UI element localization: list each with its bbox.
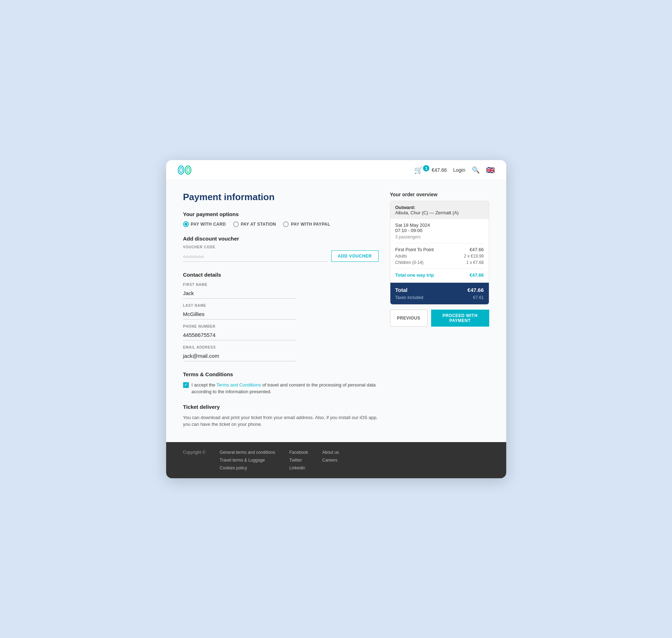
terms-title: Terms & Conditions (183, 371, 379, 377)
adults-label: Adults (395, 254, 407, 259)
svg-point-3 (187, 167, 189, 173)
footer-about[interactable]: About us (322, 450, 339, 455)
footer-col-1: General terms and conditions Travel term… (220, 450, 275, 470)
order-header: Outward: Albula, Chur (C) — Zermatt (A) (390, 201, 489, 219)
pay-paypal-label: PAY WITH PAYPAL (291, 222, 330, 227)
outward-label: Outward: (395, 205, 484, 210)
total-one-way-amount: €47.66 (470, 272, 484, 278)
action-buttons: PREVIOUS PROCEED WITH PAYMENT (390, 310, 489, 327)
total-one-way-row: Total one way trip €47.66 (395, 272, 484, 278)
voucher-input[interactable] (183, 252, 328, 262)
first-point-amount: €47.66 (470, 247, 484, 252)
footer-travel-terms[interactable]: Travel terms & Luggage (220, 458, 275, 463)
footer: Copyright © General terms and conditions… (166, 442, 506, 478)
phone-input[interactable] (183, 330, 297, 340)
terms-link[interactable]: Terms and Conditions (216, 382, 261, 388)
payment-options-title: Your payment options (183, 211, 379, 217)
email-label: EMAIL ADDRESS (183, 345, 379, 349)
footer-col-3: About us Careers (322, 450, 339, 470)
contact-section: Contact details FIRST NAME LAST NAME PHO… (183, 272, 379, 361)
terms-text: I accept the Terms and Conditions of tra… (192, 382, 379, 395)
footer-col-2: Facebook Twitter Linkedin (289, 450, 308, 470)
contact-title: Contact details (183, 272, 379, 278)
children-row: Children (0-14) 1 x €7.68 (395, 260, 484, 265)
cart-amount: €47.66 (431, 167, 447, 173)
last-name-input[interactable] (183, 309, 297, 320)
children-detail: 1 x €7.68 (466, 260, 484, 265)
first-point-row: First Point To Point €47.66 (395, 247, 484, 252)
page-title: Payment information (183, 192, 379, 203)
total-label: Total (395, 287, 408, 293)
voucher-section: Add discount voucher VOUCHER CODE ADD VO… (183, 236, 379, 262)
order-card: Outward: Albula, Chur (C) — Zermatt (A) … (390, 201, 489, 305)
terms-section: Terms & Conditions I accept the Terms an… (183, 371, 379, 395)
pay-paypal-option[interactable]: PAY WITH PAYPAL (283, 221, 330, 227)
pay-paypal-radio[interactable] (283, 221, 289, 227)
pay-station-label: PAY AT STATION (241, 222, 276, 227)
pay-at-station-option[interactable]: PAY AT STATION (233, 221, 276, 227)
flag-icon[interactable]: 🇬🇧 (486, 166, 495, 174)
svg-point-2 (185, 166, 191, 174)
total-block: Total €47.66 Taxes included €7.61 (390, 283, 489, 304)
order-body: Sat 18 May 2024 07:10 - 09:00 3 passenge… (390, 219, 489, 283)
first-name-label: FIRST NAME (183, 283, 379, 287)
route-name: Albula, Chur (C) — Zermatt (A) (395, 210, 484, 215)
pay-station-radio[interactable] (233, 221, 239, 227)
total-amount: €47.66 (468, 287, 484, 293)
main-content: Payment information Your payment options… (166, 180, 506, 442)
footer-general-terms[interactable]: General terms and conditions (220, 450, 275, 455)
email-input[interactable] (183, 351, 297, 361)
footer-facebook[interactable]: Facebook (289, 450, 308, 455)
payment-options: PAY WITH CARD PAY AT STATION PAY WITH PA… (183, 221, 379, 227)
tax-amount: €7.61 (473, 295, 484, 300)
svg-point-0 (178, 166, 183, 174)
proceed-button[interactable]: PROCEED WITH PAYMENT (431, 310, 489, 327)
order-date: Sat 18 May 2024 (395, 222, 484, 228)
voucher-row: ADD VOUCHER (183, 250, 379, 262)
footer-cookies[interactable]: Cookies policy (220, 465, 275, 470)
ticket-desc: You can download and print your ticket f… (183, 414, 379, 428)
first-name-input[interactable] (183, 288, 297, 299)
total-tax-row: Taxes included €7.61 (395, 295, 484, 300)
adults-row: Adults 2 x €19.99 (395, 254, 484, 259)
cart-icon: 🛒 (414, 166, 423, 174)
first-point-label: First Point To Point (395, 247, 434, 252)
terms-text-before: I accept the (192, 382, 217, 388)
last-name-label: LAST NAME (183, 304, 379, 307)
nav-right: 🛒 1 €47.66 Login 🔍 🇬🇧 (414, 166, 495, 174)
pay-with-card-option[interactable]: PAY WITH CARD (183, 221, 226, 227)
children-label: Children (0-14) (395, 260, 424, 265)
nav-bar: 🛒 1 €47.66 Login 🔍 🇬🇧 (166, 160, 506, 180)
order-passengers: 3 passengers (395, 235, 484, 239)
tax-label: Taxes included (395, 295, 423, 300)
terms-checkbox[interactable] (183, 382, 189, 388)
footer-linkedin[interactable]: Linkedin (289, 465, 308, 470)
previous-button[interactable]: PREVIOUS (390, 310, 428, 327)
footer-careers[interactable]: Careers (322, 458, 339, 463)
footer-copyright: Copyright © (183, 450, 206, 455)
add-voucher-button[interactable]: ADD VOUCHER (331, 250, 379, 262)
browser-window: 🛒 1 €47.66 Login 🔍 🇬🇧 Payment informatio… (166, 160, 506, 478)
footer-col-copyright: Copyright © (183, 450, 206, 470)
cart-area[interactable]: 🛒 1 €47.66 (414, 166, 447, 174)
terms-row: I accept the Terms and Conditions of tra… (183, 382, 379, 395)
voucher-title: Add discount voucher (183, 236, 379, 242)
phone-label: PHONE NUMBER (183, 324, 379, 328)
ticket-section: Ticket delivery You can download and pri… (183, 404, 379, 428)
cart-badge: 1 (423, 165, 429, 171)
search-icon[interactable]: 🔍 (472, 166, 480, 174)
login-link[interactable]: Login (453, 167, 465, 173)
order-overview-label: Your order overview (390, 192, 489, 197)
footer-twitter[interactable]: Twitter (289, 458, 308, 463)
voucher-code-label: VOUCHER CODE (183, 245, 379, 249)
total-one-way-label: Total one way trip (395, 272, 434, 278)
ticket-title: Ticket delivery (183, 404, 379, 410)
total-main-row: Total €47.66 (395, 287, 484, 293)
right-panel: Your order overview Outward: Albula, Chu… (390, 192, 489, 428)
logo[interactable] (177, 165, 192, 175)
pay-card-label: PAY WITH CARD (191, 222, 226, 227)
adults-detail: 2 x €19.99 (464, 254, 484, 259)
left-panel: Payment information Your payment options… (183, 192, 379, 428)
pay-card-radio[interactable] (183, 221, 189, 227)
svg-point-1 (180, 167, 182, 173)
